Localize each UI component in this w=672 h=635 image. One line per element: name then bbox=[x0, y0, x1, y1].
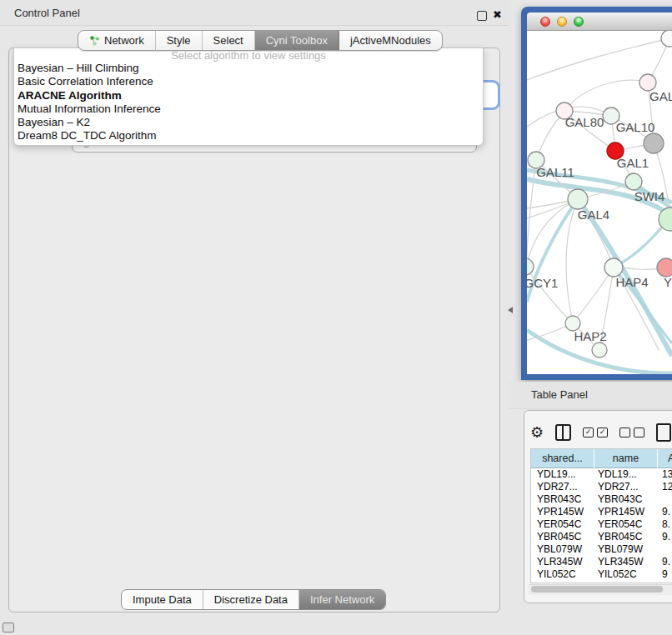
network-node-label: GAL4 bbox=[578, 208, 609, 222]
node-table: shared... name A YDL19...YDL19...13YDR27… bbox=[530, 448, 672, 583]
network-node-label: GAL10 bbox=[616, 120, 655, 134]
table-cell: YBR043C bbox=[594, 493, 658, 506]
table-toolbar: ⚙ ✓✓ bbox=[530, 420, 672, 445]
tab-style[interactable]: Style bbox=[156, 31, 203, 50]
tab-cyni-toolbox[interactable]: Cyni Toolbox bbox=[255, 31, 339, 50]
application-window: Control Panel ✖ galFiltered.sif default … bbox=[0, 0, 672, 635]
network-node[interactable] bbox=[639, 74, 656, 91]
tab-network-label: Network bbox=[104, 34, 144, 47]
network-node[interactable] bbox=[625, 173, 642, 190]
table-panel-title: Table Panel bbox=[531, 388, 588, 401]
tab-select[interactable]: Select bbox=[203, 31, 255, 50]
network-node-label: HAP2 bbox=[574, 329, 606, 343]
network-window-titlebar[interactable] bbox=[527, 12, 672, 31]
network-graph: GALGAL80GAL10GAL1GAL11SWI4GAL4GCY1HAP4YH… bbox=[527, 31, 672, 374]
table-cell: YBR045C bbox=[531, 531, 594, 543]
network-node[interactable] bbox=[527, 258, 534, 275]
table-cell: 12 bbox=[658, 481, 672, 493]
table-row[interactable]: YIL052CYIL052C9 bbox=[531, 568, 672, 581]
table-cell: 8. bbox=[658, 518, 672, 531]
network-node[interactable] bbox=[661, 31, 672, 47]
table-row[interactable]: YPR145WYPR145W9. bbox=[531, 506, 672, 518]
tab-infer-network[interactable]: Infer Network bbox=[299, 590, 385, 609]
algorithm-option[interactable]: ARACNE Algorithm bbox=[14, 89, 483, 102]
network-node[interactable] bbox=[644, 133, 664, 153]
table-row[interactable]: YLR345WYLR345W9. bbox=[531, 556, 672, 568]
document-icon[interactable] bbox=[656, 423, 671, 442]
minimize-window-icon[interactable] bbox=[557, 17, 567, 27]
table-cell: YER054C bbox=[594, 518, 658, 531]
table-cell bbox=[658, 543, 672, 556]
algorithm-dropdown-list: Bayesian – Hill ClimbingBasic Correlatio… bbox=[14, 62, 483, 143]
close-panel-icon[interactable]: ✖ bbox=[493, 8, 502, 21]
divider-collapse-icon[interactable] bbox=[508, 307, 513, 313]
network-node[interactable] bbox=[568, 189, 588, 209]
table-cell: YIL052C bbox=[531, 568, 594, 581]
tab-impute-data[interactable]: Impute Data bbox=[122, 590, 203, 609]
table-cell: YPR145W bbox=[594, 506, 658, 518]
table-cell: 9. bbox=[658, 531, 672, 543]
network-canvas[interactable]: GALGAL80GAL10GAL1GAL11SWI4GAL4GCY1HAP4YH… bbox=[527, 31, 672, 374]
column-header-shared-name[interactable]: shared... bbox=[531, 449, 594, 468]
network-edge[interactable] bbox=[566, 199, 578, 323]
table-row[interactable]: YBR043CYBR043C bbox=[531, 493, 672, 506]
algorithm-option[interactable]: Bayesian – K2 bbox=[14, 116, 483, 129]
control-panel-title: Control Panel bbox=[14, 7, 80, 19]
table-cell: 9. bbox=[658, 506, 672, 518]
select-all-checkboxes-icon[interactable]: ✓✓ bbox=[583, 428, 608, 438]
table-cell: YDL19... bbox=[531, 468, 594, 481]
network-node[interactable] bbox=[604, 258, 623, 277]
network-node-label: GAL11 bbox=[536, 165, 574, 179]
table-cell: YBR045C bbox=[594, 531, 658, 543]
table-cell: 13 bbox=[658, 468, 672, 481]
table-row[interactable]: YDR27...YDR27...12 bbox=[531, 481, 672, 493]
network-edge[interactable] bbox=[527, 160, 536, 268]
table-rows: YDL19...YDL19...13YDR27...YDR27...12YBR0… bbox=[531, 468, 672, 581]
float-panel-icon[interactable] bbox=[477, 11, 487, 21]
table-row[interactable]: YBR045CYBR045C9. bbox=[531, 531, 672, 543]
table-cell: YDL19... bbox=[594, 468, 658, 481]
columns-icon[interactable] bbox=[555, 424, 571, 441]
table-row[interactable]: YDL19...YDL19...13 bbox=[531, 468, 672, 481]
tab-jactivemnodules[interactable]: jActiveMNodules bbox=[339, 31, 442, 50]
tab-discretize-data[interactable]: Discretize Data bbox=[203, 590, 299, 609]
network-node-label: GAL80 bbox=[565, 115, 604, 129]
zoom-window-icon[interactable] bbox=[574, 17, 584, 27]
network-node-label: GCY1 bbox=[527, 276, 558, 290]
column-header-name[interactable]: name bbox=[594, 449, 658, 468]
table-cell: YBR043C bbox=[531, 493, 594, 506]
network-node-label: SWI4 bbox=[634, 189, 665, 203]
table-row[interactable]: YBL079WYBL079W bbox=[531, 543, 672, 556]
algorithm-option[interactable]: Mutual Information Inference bbox=[14, 102, 483, 116]
table-cell: YDR27... bbox=[594, 481, 658, 493]
table-cell: YLR345W bbox=[594, 556, 658, 568]
table-cell: YLR345W bbox=[531, 556, 594, 568]
restore-panel-icon[interactable] bbox=[3, 622, 14, 632]
table-cell: YBL079W bbox=[531, 543, 594, 556]
table-cell: YIL052C bbox=[594, 568, 658, 581]
network-node-label: Y bbox=[664, 275, 672, 289]
algorithm-option[interactable]: Dream8 DC_TDC Algorithm bbox=[14, 129, 483, 142]
algorithm-option[interactable]: Bayesian – Hill Climbing bbox=[14, 62, 483, 75]
table-cell bbox=[658, 493, 672, 506]
close-window-icon[interactable] bbox=[540, 17, 550, 27]
table-cell: YDR27... bbox=[531, 481, 594, 493]
table-row[interactable]: YER054CYER054C8. bbox=[531, 518, 672, 531]
network-node-label: HAP4 bbox=[615, 275, 648, 289]
tab-network[interactable]: Network bbox=[78, 31, 156, 50]
network-node[interactable] bbox=[657, 258, 672, 277]
algorithm-dropdown-popup: Select algorithm to view settings Bayesi… bbox=[13, 48, 484, 146]
table-cell: YBL079W bbox=[594, 543, 658, 556]
network-edge[interactable] bbox=[573, 268, 614, 323]
table-cell: 9 bbox=[658, 568, 672, 581]
cyni-bottom-tabs: Impute Data Discretize Data Infer Networ… bbox=[121, 589, 386, 610]
column-header-next[interactable]: A bbox=[658, 449, 672, 468]
control-panel-tabs: Network Style Select Cyni Toolbox jActiv… bbox=[78, 30, 443, 51]
network-node[interactable] bbox=[592, 342, 607, 358]
table-horizontal-thumb[interactable] bbox=[531, 586, 663, 592]
deselect-all-checkboxes-icon[interactable] bbox=[619, 428, 644, 438]
network-edge[interactable] bbox=[564, 80, 648, 111]
table-cell: YER054C bbox=[531, 518, 594, 531]
algorithm-option[interactable]: Basic Correlation Inference bbox=[14, 75, 483, 88]
gear-icon[interactable]: ⚙ bbox=[530, 425, 544, 440]
